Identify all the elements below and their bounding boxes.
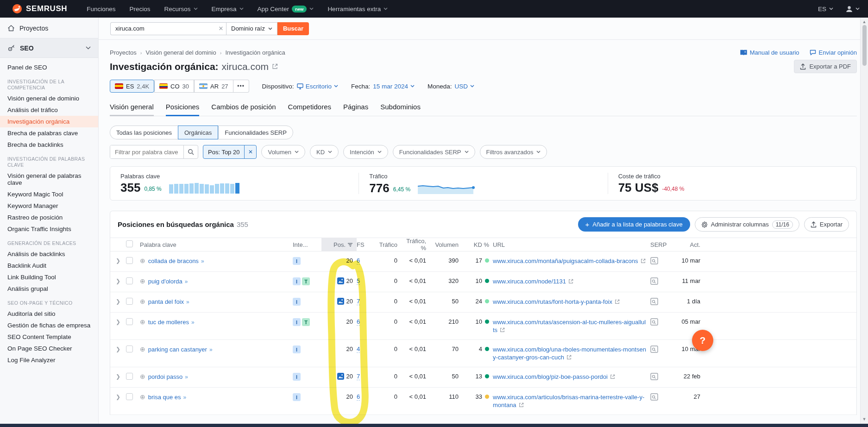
add-to-keyword-list-button[interactable]: + Añadir a la lista de palabras clave [578, 217, 690, 232]
sidebar-item-brecha-de-palabras-clave[interactable]: Brecha de palabras clave [0, 127, 98, 139]
go-to-serp-icon[interactable]: » [185, 278, 188, 285]
topnav-item-herramientas-extra[interactable]: Herramientas extra [327, 6, 388, 13]
sidebar-item-log-file-analyzer[interactable]: Log File Analyzer [0, 354, 98, 366]
sidebar-item-rastreo-de-posici-n[interactable]: Rastreo de posición [0, 212, 98, 223]
column-header-tr-fico[interactable]: Tráfico [375, 241, 401, 248]
go-to-serp-icon[interactable]: » [183, 394, 187, 401]
external-link-icon[interactable] [519, 402, 524, 408]
row-checkbox[interactable] [126, 277, 133, 284]
scrollbar-thumb[interactable] [862, 25, 867, 66]
go-to-serp-icon[interactable]: » [186, 299, 189, 305]
sidebar-item-auditor-a-del-sitio[interactable]: Auditoría del sitio [0, 308, 98, 320]
search-icon[interactable] [183, 145, 198, 158]
fs-value[interactable]: 7 [357, 373, 360, 380]
sidebar-item-proyectos[interactable]: Proyectos [0, 18, 98, 38]
feedback-link[interactable]: Enviar opinión [810, 49, 857, 56]
tab-cambios-de-posici-n[interactable]: Cambios de posición [211, 103, 276, 116]
row-checkbox[interactable] [126, 318, 133, 325]
expand-row-icon[interactable]: ❯ [116, 345, 126, 353]
add-keyword-icon[interactable]: ⊕ [140, 277, 145, 285]
expand-row-icon[interactable]: ❯ [116, 373, 126, 380]
url-link[interactable]: www.xiruca.com/blog/piz-boe-passo-pordoi [493, 373, 608, 380]
sidebar-item-visi-n-general-de-dominio[interactable]: Visión general de dominio [0, 93, 98, 104]
row-checkbox[interactable] [126, 257, 133, 264]
external-link-icon[interactable] [568, 279, 573, 284]
expand-row-icon[interactable]: ❯ [116, 318, 126, 326]
segment-org-nicas[interactable]: Orgánicas [178, 126, 218, 139]
tab-posiciones[interactable]: Posiciones [166, 103, 200, 116]
serp-preview-icon[interactable] [650, 373, 658, 380]
keyword-link[interactable]: pordoi passo [148, 373, 182, 380]
column-header-palabra-clave[interactable]: Palabra clave [140, 241, 293, 248]
column-header-serp[interactable]: SERP [650, 241, 672, 248]
clear-search-icon[interactable]: ✕ [216, 22, 226, 35]
column-header-kd[interactable]: KD % [462, 241, 493, 248]
go-to-serp-icon[interactable]: » [185, 374, 188, 380]
fs-value[interactable]: 4 [357, 345, 360, 353]
topnav-item-app-center[interactable]: App Centernew [258, 6, 314, 13]
filter-dropdown-kd[interactable]: KD [310, 145, 339, 159]
fs-value[interactable]: 6 [357, 393, 360, 401]
sidebar-item-keyword-magic-tool[interactable]: Keyword Magic Tool [0, 188, 98, 200]
sidebar-item-keyword-manager[interactable]: Keyword Manager [0, 200, 98, 212]
row-checkbox[interactable] [126, 373, 133, 380]
sidebar-item-visi-n-general-de-palabras-clave[interactable]: Visión general de palabras clave [0, 170, 98, 188]
country-tab-ar[interactable]: AR27 [194, 80, 233, 93]
expand-row-icon[interactable]: ❯ [116, 298, 126, 305]
search-button[interactable]: Buscar [277, 22, 309, 35]
filter-dropdown-volumen[interactable]: Volumen [261, 145, 305, 159]
column-header-tr-fico[interactable]: Tráfico, % [401, 238, 430, 251]
fs-value[interactable]: 6 [357, 318, 360, 326]
add-keyword-icon[interactable]: ⊕ [140, 318, 145, 326]
filter-dropdown-filtros-avanzados[interactable]: Filtros avanzados [480, 145, 547, 159]
row-checkbox[interactable] [126, 298, 133, 305]
remove-filter-icon[interactable]: ✕ [244, 145, 256, 158]
semrush-logo[interactable]: SEMRUSH [12, 4, 67, 14]
help-button[interactable]: ? [692, 330, 713, 351]
fs-value[interactable]: 7 [357, 298, 360, 305]
domain-search-input[interactable] [110, 22, 226, 35]
add-keyword-icon[interactable]: ⊕ [140, 393, 145, 401]
url-link[interactable]: www.xiruca.com/node/1131 [493, 278, 566, 285]
currency-select[interactable]: USD [455, 83, 475, 90]
add-keyword-icon[interactable]: ⊕ [140, 298, 145, 305]
column-header-fs[interactable]: FS [357, 241, 375, 248]
date-select[interactable]: 15 mar 2024 [373, 83, 415, 90]
external-link-icon[interactable] [566, 355, 572, 360]
sidebar-item-on-page-seo-checker[interactable]: On Page SEO Checker [0, 343, 98, 354]
topnav-item-precios[interactable]: Precios [130, 6, 151, 13]
column-header-inte[interactable]: Inte... [293, 241, 321, 248]
row-checkbox[interactable] [126, 393, 133, 400]
scroll-up-arrow[interactable]: ▲ [862, 19, 867, 24]
sidebar-item-seo-content-template[interactable]: SEO Content Template [0, 331, 98, 343]
scroll-down-arrow[interactable]: ▼ [862, 417, 867, 421]
expand-row-icon[interactable]: ❯ [116, 257, 126, 264]
external-link-icon[interactable] [500, 327, 505, 333]
keyword-link[interactable]: puig d'olorda [148, 278, 182, 285]
sidebar-item-backlink-audit[interactable]: Backlink Audit [0, 260, 98, 271]
user-menu[interactable] [845, 5, 860, 13]
sidebar-item-link-building-tool[interactable]: Link Building Tool [0, 271, 98, 283]
add-keyword-icon[interactable]: ⊕ [140, 257, 145, 264]
go-to-serp-icon[interactable]: » [191, 319, 195, 326]
export-pdf-button[interactable]: Exportar a PDF [794, 60, 857, 73]
sidebar-item-investigaci-n-org-nica[interactable]: Investigación orgánica [0, 116, 98, 127]
country-tab-es[interactable]: ES2,4K [110, 80, 154, 93]
go-to-serp-icon[interactable]: » [201, 258, 204, 264]
language-switcher[interactable]: ES [818, 6, 833, 13]
sidebar-item-an-lisis-grupal[interactable]: Análisis grupal [0, 283, 98, 295]
external-link-icon[interactable] [615, 299, 620, 304]
go-to-serp-icon[interactable]: » [209, 346, 213, 353]
device-select[interactable]: Escritorio [297, 83, 338, 90]
url-link[interactable]: www.xiruca.com/rutas/font-horta-y-panta-… [493, 298, 612, 305]
serp-preview-icon[interactable] [650, 298, 658, 305]
keyword-filter-input[interactable] [110, 145, 183, 158]
url-link[interactable]: www.xiruca.com/articulos/brisas-marina-t… [493, 394, 644, 408]
serp-preview-icon[interactable] [650, 318, 658, 326]
tab-subdominios[interactable]: Subdominios [380, 103, 421, 116]
filter-dropdown-funcionalidades-serp[interactable]: Funcionalidades SERP [393, 145, 475, 159]
serp-preview-icon[interactable] [650, 393, 658, 401]
tab-competidores[interactable]: Competidores [288, 103, 331, 116]
sidebar-item-panel-de-seo[interactable]: Panel de SEO [0, 62, 98, 73]
serp-preview-icon[interactable] [650, 345, 658, 353]
